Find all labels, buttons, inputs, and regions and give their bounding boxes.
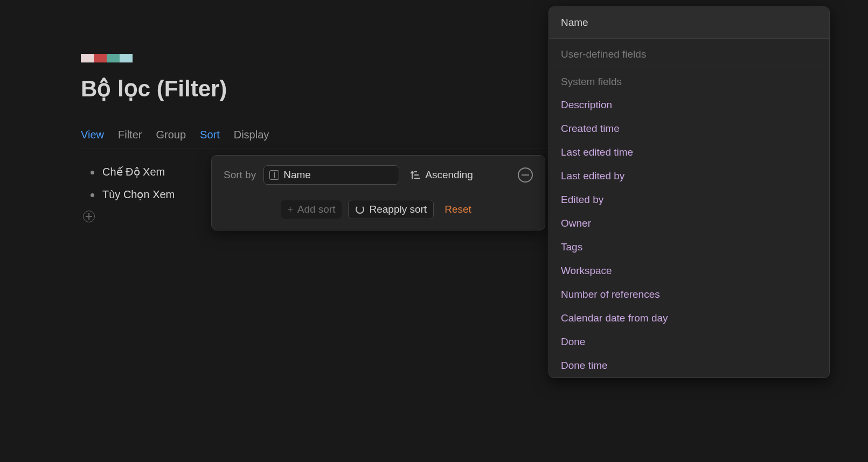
sort-field-select[interactable]: Name	[263, 165, 399, 185]
tab-filter[interactable]: Filter	[118, 129, 142, 141]
sort-ascending-icon	[411, 170, 421, 180]
dropdown-item-calendar-date[interactable]: Calendar date from day	[549, 306, 829, 330]
tab-display[interactable]: Display	[234, 129, 269, 141]
page-color-strip	[81, 54, 133, 62]
dropdown-item-last-edited-time[interactable]: Last edited time	[549, 141, 829, 164]
dropdown-item-created-time[interactable]: Created time	[549, 117, 829, 141]
dropdown-item-edited-by[interactable]: Edited by	[549, 188, 829, 212]
refresh-icon	[355, 205, 365, 214]
plus-icon: +	[287, 204, 293, 215]
sort-field-dropdown: Name User-defined fields System fields D…	[548, 6, 830, 378]
reapply-sort-label: Reapply sort	[369, 204, 427, 215]
color-swatch	[94, 54, 107, 62]
sort-field-value: Name	[283, 169, 311, 181]
sort-popover: Sort by Name Ascending + Add sort Reappl…	[211, 155, 545, 230]
dropdown-item-last-edited-by[interactable]: Last edited by	[549, 164, 829, 188]
remove-sort-icon[interactable]	[518, 167, 533, 183]
dropdown-header-user-fields: User-defined fields	[549, 39, 829, 66]
add-item-icon[interactable]	[83, 211, 95, 222]
color-swatch	[120, 54, 133, 62]
tab-sort[interactable]: Sort	[200, 129, 220, 141]
dropdown-item-description[interactable]: Description	[549, 93, 829, 117]
color-swatch	[107, 54, 120, 62]
dropdown-item-num-refs[interactable]: Number of references	[549, 283, 829, 306]
reset-label: Reset	[445, 204, 471, 215]
dropdown-item-tags[interactable]: Tags	[549, 235, 829, 259]
dropdown-item-name[interactable]: Name	[549, 7, 829, 39]
add-sort-button[interactable]: + Add sort	[281, 200, 342, 219]
add-sort-label: Add sort	[297, 204, 336, 215]
sort-direction-value: Ascending	[425, 169, 473, 181]
sort-direction-select[interactable]: Ascending	[407, 166, 477, 184]
dropdown-item-done-time[interactable]: Done time	[549, 354, 829, 377]
dropdown-header-system-fields: System fields	[549, 66, 829, 93]
name-field-icon	[269, 170, 279, 180]
sort-by-label: Sort by	[224, 169, 256, 181]
color-swatch	[81, 54, 94, 62]
tab-group[interactable]: Group	[156, 129, 186, 141]
reapply-sort-button[interactable]: Reapply sort	[348, 200, 434, 219]
tab-view[interactable]: View	[81, 129, 104, 141]
dropdown-item-owner[interactable]: Owner	[549, 212, 829, 235]
reset-sort-button[interactable]: Reset	[440, 200, 476, 219]
dropdown-item-done[interactable]: Done	[549, 330, 829, 354]
dropdown-item-workspace[interactable]: Workspace	[549, 259, 829, 283]
